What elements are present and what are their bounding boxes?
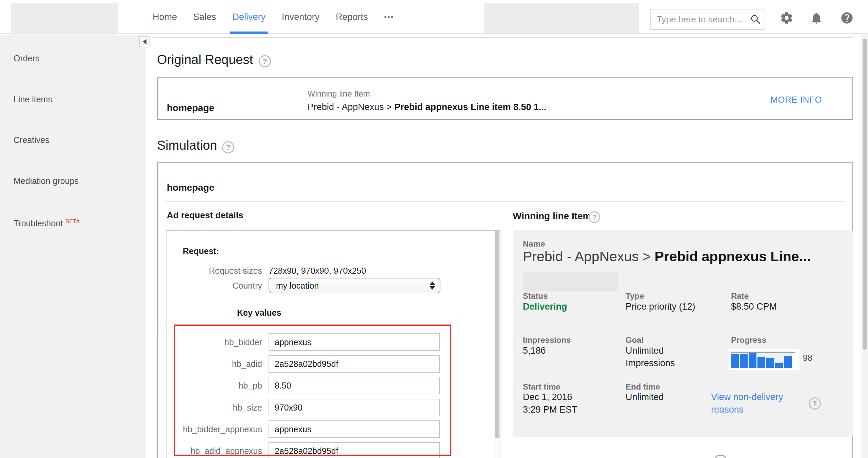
progress-bar <box>784 356 792 368</box>
panel-scrollbar-thumb[interactable] <box>495 231 499 438</box>
select-arrows-icon <box>430 282 435 290</box>
search-input[interactable] <box>656 14 750 25</box>
key-value-row: hb_size <box>174 399 451 416</box>
kv-input-hb_size[interactable] <box>269 399 440 416</box>
help-icon[interactable] <box>840 11 854 25</box>
rate-value: $8.50 CPM <box>731 301 777 312</box>
original-request-card: homepage Winning line Item Prebid - AppN… <box>157 77 853 120</box>
country-select-value: my location <box>276 281 319 291</box>
sidebar-item-label: Troubleshoot <box>14 218 63 228</box>
key-value-row: hb_pb <box>174 377 451 394</box>
beta-badge: BETA <box>65 218 80 224</box>
non-delivery-link-line1[interactable]: View non-delivery <box>711 392 783 402</box>
winning-line-item-label: Winning line Item <box>308 89 370 99</box>
logo-placeholder <box>11 3 118 33</box>
settings-gear-icon[interactable] <box>780 11 793 25</box>
country-select[interactable]: my location <box>269 278 440 293</box>
collapse-left-icon <box>143 39 146 44</box>
request-label: Request: <box>183 246 219 256</box>
page-scrollbar[interactable] <box>862 35 868 458</box>
original-request-help-icon[interactable]: ? <box>259 55 271 67</box>
non-delivery-help-icon[interactable]: ? <box>809 397 821 410</box>
progress-sparkline-chart <box>729 349 800 370</box>
name-label: Name <box>523 239 545 249</box>
winning-line-item-value: Prebid - AppNexus > Prebid appnexus Line… <box>308 102 547 112</box>
progress-bar <box>731 354 739 368</box>
sidebar-item-line-items[interactable]: Line items <box>14 92 52 107</box>
tab-delivery[interactable]: Delivery <box>233 0 266 34</box>
progress-label: Progress <box>731 335 766 345</box>
progress-bar <box>740 354 748 368</box>
sidebar-item-troubleshoot[interactable]: TroubleshootBETA <box>14 214 80 229</box>
sidebar-item-label: Mediation groups <box>14 176 79 186</box>
request-sizes-value: 728x90, 970x90, 970x250 <box>269 266 366 276</box>
kv-key-hb_pb: hb_pb <box>174 377 262 394</box>
line-item-id-placeholder <box>523 272 618 291</box>
kv-key-hb_size: hb_size <box>174 399 262 416</box>
page-scrollbar-thumb[interactable] <box>863 39 867 350</box>
non-delivery-link-line2[interactable]: reasons <box>711 404 744 415</box>
end-time-value: Unlimited <box>626 392 664 402</box>
goal-value-line2: Impressions <box>626 358 675 369</box>
ad-unit-name: homepage <box>167 103 214 113</box>
simulation-ad-unit-name: homepage <box>167 182 214 193</box>
original-request-title: Original Request <box>157 53 253 67</box>
kv-input-hb_pb[interactable] <box>269 377 440 394</box>
status-badge: Delivering <box>523 301 567 312</box>
sidebar-item-mediation-groups[interactable]: Mediation groups <box>14 173 79 188</box>
rate-label: Rate <box>731 291 749 301</box>
key-value-row: hb_adid <box>174 355 451 373</box>
progress-bar <box>757 357 765 368</box>
sidebar-item-label: Creatives <box>14 135 50 145</box>
type-label: Type <box>626 291 644 301</box>
goal-label: Goal <box>626 335 644 345</box>
progress-value: 98 <box>803 353 812 363</box>
impressions-label: Impressions <box>523 335 571 345</box>
search-icon[interactable] <box>750 14 761 25</box>
tab-overflow[interactable]: ••• <box>384 0 394 34</box>
progress-bar <box>775 363 783 368</box>
content-top-divider <box>153 37 853 38</box>
tab-sales[interactable]: Sales <box>193 0 216 34</box>
simulation-title: Simulation <box>157 138 217 153</box>
kv-key-hb_adid_appnexus: hb_adid_appnexus <box>174 442 262 458</box>
sidebar: OrdersLine itemsCreativesMediation group… <box>0 35 146 458</box>
type-value: Price priority (12) <box>626 301 695 312</box>
winning-line-item-card: Name Prebid - AppNexus > Prebid appnexus… <box>513 230 853 437</box>
key-value-row: hb_bidder_appnexus <box>174 420 451 438</box>
primary-nav: HomeSalesDeliveryInventoryReports••• <box>153 0 394 34</box>
ad-request-details-heading: Ad request details <box>167 210 243 221</box>
winning-line-item-heading: Winning line Item <box>513 211 591 222</box>
kv-key-hb_bidder: hb_bidder <box>174 333 262 351</box>
account-placeholder <box>484 3 639 33</box>
kv-input-hb_bidder[interactable] <box>269 333 440 351</box>
sidebar-item-creatives[interactable]: Creatives <box>14 132 50 147</box>
country-label: Country <box>174 281 262 291</box>
start-time-line2: 3:29 PM EST <box>523 404 577 415</box>
end-time-label: End time <box>626 382 660 392</box>
key-values-heading: Key values <box>237 308 281 318</box>
kv-input-hb_adid_appnexus[interactable] <box>269 442 440 458</box>
kv-input-hb_bidder_appnexus[interactable] <box>269 420 440 438</box>
search-box[interactable] <box>650 9 765 30</box>
sidebar-item-orders[interactable]: Orders <box>14 51 39 66</box>
tab-inventory[interactable]: Inventory <box>282 0 319 34</box>
winning-line-item-help-icon[interactable]: ? <box>589 211 600 223</box>
simulation-help-icon[interactable]: ? <box>222 141 234 153</box>
key-value-row: hb_bidder <box>174 333 451 351</box>
divider <box>166 201 845 202</box>
progress-bar <box>766 358 774 368</box>
sidebar-item-label: Orders <box>14 54 39 63</box>
sidebar-item-label: Line items <box>14 95 52 104</box>
kv-input-hb_adid[interactable] <box>269 355 440 373</box>
tab-reports[interactable]: Reports <box>336 0 368 34</box>
kv-key-hb_bidder_appnexus: hb_bidder_appnexus <box>174 420 262 438</box>
top-app-bar: HomeSalesDeliveryInventoryReports••• <box>0 0 868 34</box>
ad-request-details-panel: Request: Request sizes 728x90, 970x90, 9… <box>166 230 500 458</box>
notifications-bell-icon[interactable] <box>810 11 823 25</box>
start-time-label: Start time <box>523 382 560 392</box>
sidebar-collapse-button[interactable] <box>139 36 150 47</box>
more-info-button[interactable]: MORE INFO <box>770 95 822 105</box>
tab-home[interactable]: Home <box>153 0 177 34</box>
panel-scrollbar[interactable] <box>494 231 500 458</box>
